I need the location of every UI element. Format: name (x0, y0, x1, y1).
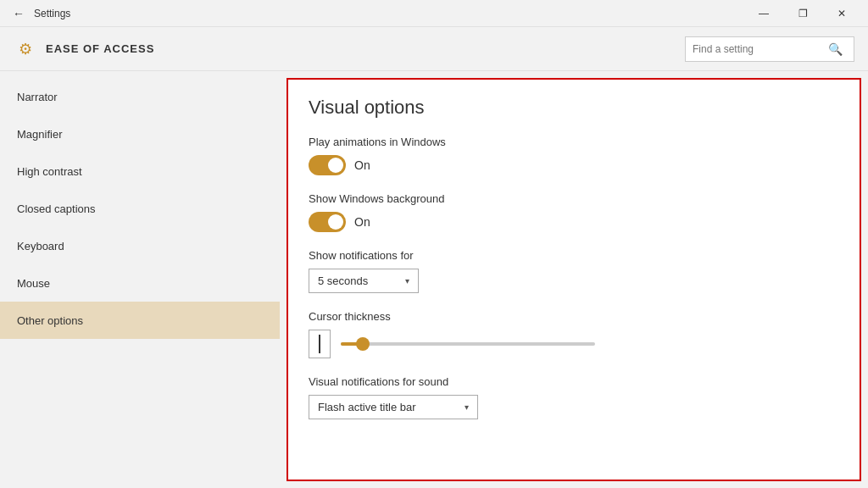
settings-icon: ⚙ (14, 37, 37, 61)
sidebar: Narrator Magnifier High contrast Closed … (0, 71, 280, 488)
search-box[interactable]: 🔍 (685, 36, 854, 62)
cursor-thickness-group: Cursor thickness (309, 310, 839, 358)
toggle-thumb-2 (328, 214, 343, 230)
sidebar-item-magnifier[interactable]: Magnifier (0, 115, 280, 152)
toggle-track-2 (309, 212, 346, 232)
window-controls: — ❐ ✕ (744, 0, 861, 27)
minimize-button[interactable]: — (744, 0, 783, 27)
notifications-value: 5 seconds (318, 274, 368, 287)
play-animations-group: Play animations in Windows On (309, 136, 839, 175)
show-background-toggle[interactable] (309, 212, 346, 232)
maximize-button[interactable]: ❐ (783, 0, 822, 27)
visual-notifications-label: Visual notifications for sound (309, 375, 839, 388)
show-notifications-group: Show notifications for 5 seconds ▾ (309, 249, 839, 293)
slider-track (341, 342, 595, 346)
show-background-value: On (354, 215, 370, 229)
notifications-dropdown[interactable]: 5 seconds ▾ (309, 269, 419, 293)
main-content: Narrator Magnifier High contrast Closed … (0, 71, 868, 488)
show-background-toggle-row: On (309, 212, 839, 232)
visual-notifications-group: Visual notifications for sound Flash act… (309, 375, 839, 419)
sidebar-item-keyboard[interactable]: Keyboard (0, 227, 280, 264)
show-background-label: Show Windows background (309, 192, 839, 205)
back-button[interactable]: ← (7, 2, 31, 25)
sidebar-item-high-contrast[interactable]: High contrast (0, 152, 280, 190)
search-icon: 🔍 (828, 42, 843, 56)
play-animations-toggle[interactable] (309, 155, 346, 175)
section-title: Visual options (309, 97, 839, 119)
visual-notifications-dropdown[interactable]: Flash active title bar ▾ (309, 395, 478, 419)
toggle-thumb (328, 158, 343, 173)
visual-notifications-value: Flash active title bar (318, 401, 416, 413)
app-header: ⚙ EASE OF ACCESS 🔍 (0, 27, 868, 71)
cursor-line (319, 335, 320, 353)
search-input[interactable] (693, 43, 828, 55)
play-animations-label: Play animations in Windows (309, 136, 839, 148)
cursor-slider[interactable] (341, 342, 595, 346)
sidebar-item-other-options[interactable]: Other options (0, 302, 280, 339)
cursor-thickness-label: Cursor thickness (309, 310, 839, 323)
sidebar-item-narrator[interactable]: Narrator (0, 78, 280, 115)
sidebar-item-mouse[interactable]: Mouse (0, 264, 280, 302)
back-icon: ← (13, 7, 25, 20)
cursor-preview (309, 330, 331, 358)
toggle-track (309, 155, 346, 175)
sidebar-item-closed-captions[interactable]: Closed captions (0, 190, 280, 227)
chevron-down-icon: ▾ (405, 276, 409, 286)
settings-window: ← Settings — ❐ ✕ ⚙ EASE OF ACCESS 🔍 Narr… (0, 0, 868, 488)
window-title: Settings (34, 8, 744, 19)
cursor-thickness-row (309, 330, 839, 358)
chevron-down-icon-2: ▾ (465, 402, 469, 412)
play-animations-toggle-row: On (309, 155, 839, 175)
show-background-group: Show Windows background On (309, 192, 839, 232)
slider-thumb[interactable] (356, 337, 370, 351)
close-button[interactable]: ✕ (822, 0, 861, 27)
play-animations-value: On (354, 158, 370, 172)
show-notifications-label: Show notifications for (309, 249, 839, 262)
content-area: Visual options Play animations in Window… (287, 78, 861, 481)
titlebar: ← Settings — ❐ ✕ (0, 0, 868, 27)
app-title: EASE OF ACCESS (46, 42, 685, 55)
